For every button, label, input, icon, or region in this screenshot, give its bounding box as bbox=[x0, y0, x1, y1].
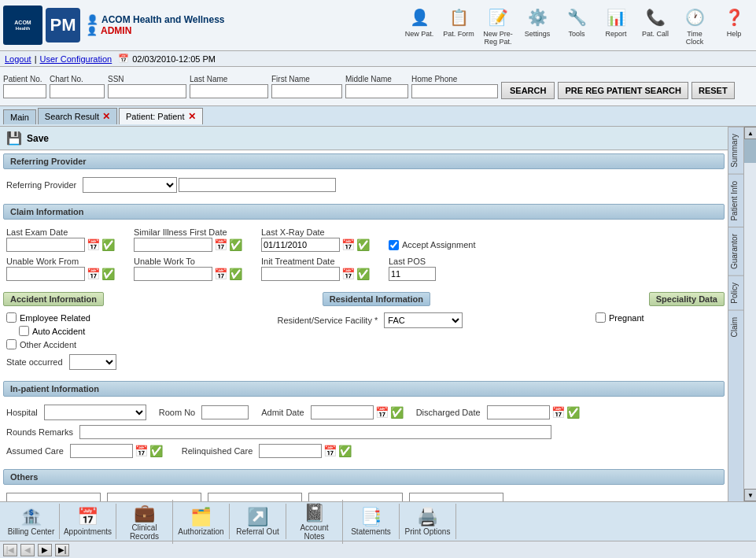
reset-button[interactable]: RESET bbox=[691, 82, 735, 99]
init-treatment-date-input[interactable] bbox=[261, 267, 340, 281]
tab-search-result[interactable]: Search Result ✕ bbox=[38, 108, 117, 124]
scroll-down-button[interactable]: ▼ bbox=[744, 489, 756, 501]
ssn-input[interactable] bbox=[108, 84, 186, 98]
admit-date-clear-icon[interactable]: ✅ bbox=[390, 406, 404, 419]
user-config-link[interactable]: User Configuration bbox=[40, 54, 112, 64]
discharged-date-input[interactable] bbox=[487, 405, 550, 419]
init-treatment-clear-icon[interactable]: ✅ bbox=[356, 268, 370, 280]
employee-related-label: Employee Related bbox=[20, 313, 90, 323]
authorization-button[interactable]: 🗂️ Authorization bbox=[173, 504, 230, 539]
clinical-records-button[interactable]: 💼 Clinical Records bbox=[116, 500, 173, 544]
help-button[interactable]: ❓ Help bbox=[715, 3, 753, 47]
new-pre-reg-button[interactable]: 📝 New Pre-Reg Pat. bbox=[479, 3, 517, 47]
assumed-care-clear-icon[interactable]: ✅ bbox=[149, 445, 163, 457]
referring-provider-select[interactable] bbox=[83, 177, 177, 193]
tab-main[interactable]: Main bbox=[3, 109, 36, 124]
last-name-input[interactable] bbox=[190, 84, 268, 98]
sidebar-summary[interactable]: Summary bbox=[728, 127, 743, 174]
unable-work-to-input[interactable] bbox=[134, 267, 212, 281]
report-button[interactable]: 📊 Report bbox=[597, 3, 635, 47]
room-no-input[interactable] bbox=[201, 405, 249, 419]
others-input-5[interactable] bbox=[409, 493, 503, 501]
employee-related-checkbox[interactable] bbox=[6, 312, 17, 323]
similar-illness-input[interactable] bbox=[134, 238, 212, 252]
state-occurred-select[interactable] bbox=[69, 354, 116, 370]
other-accident-checkbox[interactable] bbox=[6, 339, 17, 349]
time-clock-button[interactable]: 🕐 Time Clock bbox=[676, 3, 714, 47]
admit-date-input[interactable] bbox=[311, 405, 374, 419]
referring-provider-input[interactable] bbox=[179, 178, 336, 192]
similar-illness-calendar-icon[interactable]: 📅 bbox=[214, 238, 227, 251]
pat-call-button[interactable]: 📞 Pat. Call bbox=[636, 3, 674, 47]
new-pat-button[interactable]: 👤 New Pat. bbox=[400, 3, 438, 47]
discharged-date-clear-icon[interactable]: ✅ bbox=[566, 406, 580, 419]
rounds-remarks-input[interactable] bbox=[79, 425, 551, 439]
admit-date-calendar-icon[interactable]: 📅 bbox=[375, 406, 389, 419]
nav-next-button[interactable]: ▶ bbox=[38, 544, 52, 556]
logout-link[interactable]: Logout bbox=[5, 54, 31, 64]
nav-first-button[interactable]: |◀ bbox=[3, 544, 17, 556]
clinical-records-label: Clinical Records bbox=[120, 523, 169, 541]
relinquished-care-calendar-icon[interactable]: 📅 bbox=[323, 445, 337, 457]
appointments-button[interactable]: 📅 Appointments bbox=[60, 504, 116, 539]
pregnant-checkbox[interactable] bbox=[596, 312, 606, 323]
pat-form-button[interactable]: 📋 Pat. Form bbox=[440, 3, 478, 47]
last-exam-calendar-icon[interactable]: 📅 bbox=[87, 238, 100, 251]
nav-last-button[interactable]: ▶| bbox=[55, 544, 69, 556]
settings-button[interactable]: ⚙️ Settings bbox=[518, 3, 556, 47]
last-exam-date-input[interactable] bbox=[6, 238, 85, 252]
search-button[interactable]: SEARCH bbox=[501, 82, 555, 99]
tools-button[interactable]: 🔧 Tools bbox=[558, 3, 596, 47]
billing-center-button[interactable]: 🏦 Billing Center bbox=[3, 504, 60, 539]
referral-out-button[interactable]: ↗️ Referral Out bbox=[230, 504, 286, 539]
print-options-button[interactable]: 🖨️ Print Options bbox=[400, 504, 456, 539]
last-exam-clear-icon[interactable]: ✅ bbox=[101, 238, 115, 251]
unable-work-from-calendar-icon[interactable]: 📅 bbox=[87, 268, 100, 280]
similar-illness-clear-icon[interactable]: ✅ bbox=[229, 238, 242, 251]
first-name-input[interactable] bbox=[271, 84, 342, 98]
relinquished-care-input[interactable] bbox=[259, 444, 322, 458]
scroll-thumb[interactable] bbox=[744, 139, 756, 163]
middle-name-input[interactable] bbox=[345, 84, 408, 98]
unable-work-to-calendar-icon[interactable]: 📅 bbox=[214, 268, 227, 280]
tab-patient-close[interactable]: ✕ bbox=[188, 111, 196, 122]
assumed-care-calendar-icon[interactable]: 📅 bbox=[135, 445, 148, 457]
patient-no-input[interactable] bbox=[3, 84, 46, 98]
others-input-1[interactable] bbox=[6, 493, 101, 501]
facility-select[interactable]: FAC bbox=[384, 312, 463, 328]
assumed-care-input[interactable] bbox=[70, 444, 133, 458]
authorization-label: Authorization bbox=[178, 527, 223, 536]
discharged-date-label: Discharged Date bbox=[416, 408, 481, 417]
unable-work-from-input[interactable] bbox=[6, 267, 85, 281]
init-treatment-calendar-icon[interactable]: 📅 bbox=[341, 268, 355, 280]
last-exam-date-label: Last Exam Date bbox=[6, 227, 115, 237]
statements-button[interactable]: 📑 Statements bbox=[343, 504, 400, 539]
sidebar-guarantor[interactable]: Guarantor bbox=[728, 227, 743, 275]
pre-reg-search-button[interactable]: PRE REG PATIENT SEARCH bbox=[558, 82, 688, 99]
unable-work-from-clear-icon[interactable]: ✅ bbox=[101, 268, 115, 280]
sidebar-patient-info[interactable]: Patient Info bbox=[728, 174, 743, 227]
save-button[interactable]: Save bbox=[27, 133, 49, 144]
unable-work-to-clear-icon[interactable]: ✅ bbox=[229, 268, 242, 280]
hospital-select[interactable] bbox=[44, 405, 146, 420]
chart-no-input[interactable] bbox=[50, 84, 105, 98]
state-occurred-row: State occurred bbox=[6, 354, 164, 370]
last-pos-input[interactable] bbox=[389, 267, 436, 281]
sidebar-policy[interactable]: Policy bbox=[728, 275, 743, 310]
sidebar-claim[interactable]: Claim bbox=[728, 310, 743, 344]
account-notes-button[interactable]: 📓 Account Notes bbox=[286, 500, 343, 544]
tab-patient[interactable]: Patient: Patient ✕ bbox=[119, 108, 203, 124]
accept-assignment-checkbox[interactable] bbox=[389, 240, 399, 250]
nav-prev-button[interactable]: ◀ bbox=[20, 544, 35, 556]
last-xray-date-input[interactable] bbox=[261, 238, 340, 252]
tab-search-result-close[interactable]: ✕ bbox=[102, 111, 110, 122]
specialty-section: Pregnant bbox=[596, 312, 721, 375]
last-xray-clear-icon[interactable]: ✅ bbox=[356, 238, 370, 251]
relinquished-care-clear-icon[interactable]: ✅ bbox=[338, 445, 352, 457]
scroll-up-button[interactable]: ▲ bbox=[744, 127, 756, 139]
home-phone-input[interactable] bbox=[411, 84, 498, 98]
last-xray-calendar-icon[interactable]: 📅 bbox=[341, 238, 355, 251]
accept-assignment-text: Accept Assignment bbox=[402, 240, 476, 249]
discharged-date-calendar-icon[interactable]: 📅 bbox=[551, 406, 565, 419]
auto-accident-checkbox[interactable] bbox=[19, 326, 29, 336]
